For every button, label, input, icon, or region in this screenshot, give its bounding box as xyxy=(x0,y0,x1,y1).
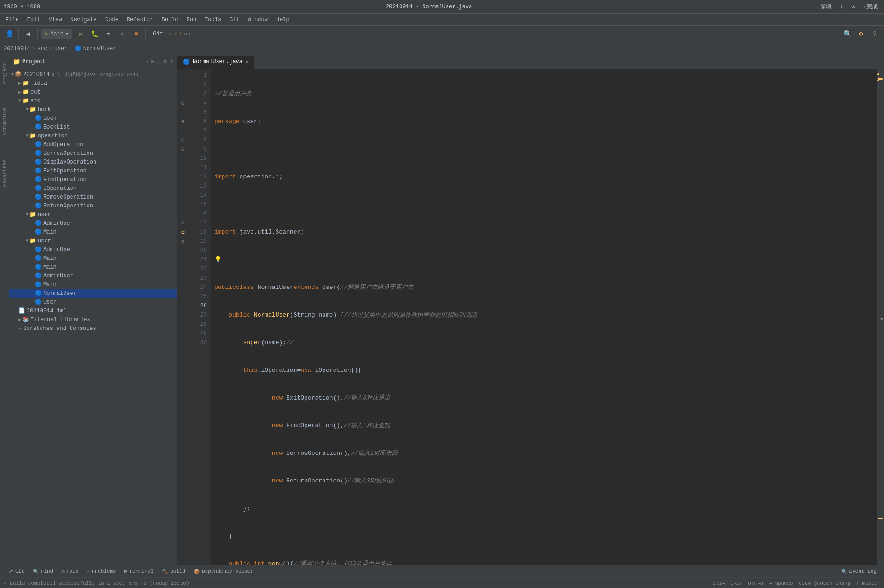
tree-exitop[interactable]: 🔵 ExitOperation xyxy=(9,166,177,175)
tree-returnop[interactable]: 🔵 ReturnOperation xyxy=(9,201,177,210)
tree-addop[interactable]: 🔵 AddOperation xyxy=(9,140,177,149)
breadcrumb-sep-2: › xyxy=(49,46,52,52)
favorites-tab-label[interactable]: Favorites xyxy=(1,157,8,189)
menu-window[interactable]: Window xyxy=(244,15,271,24)
tree-out[interactable]: ▶ 📁 out xyxy=(9,88,177,96)
tree-adminuser2[interactable]: 🔵 AdminUser xyxy=(9,245,177,254)
coverage-btn[interactable]: ☂ xyxy=(103,29,114,40)
bottom-tab-find[interactable]: 🔍 Find xyxy=(29,567,57,576)
tree-displayop[interactable]: 🔵 DisplayOperation xyxy=(9,158,177,166)
booklist-java-icon: 🔵 xyxy=(35,123,42,130)
close-panel-icon[interactable]: ✕ xyxy=(170,58,173,65)
gutter-collapse-method2[interactable]: ⊖ xyxy=(177,237,189,246)
menu-tools[interactable]: Tools xyxy=(201,15,225,24)
menu-file[interactable]: File xyxy=(2,15,23,24)
bottom-tab-git[interactable]: ⎇ Git xyxy=(4,567,28,576)
bottom-tab-build[interactable]: 🔨 Build xyxy=(158,567,189,576)
code-content[interactable]: //普通用户类 package user; import opeartion.*… xyxy=(211,69,877,565)
tree-book[interactable]: 🔵 Book xyxy=(9,114,177,123)
tree-root[interactable]: ▼ 📦 20210914 D:\上传代码\java_prog\20210914 xyxy=(9,70,177,79)
bottom-tab-problems[interactable]: ⚠ Problems xyxy=(83,567,119,576)
gutter-collapse-class[interactable]: ⊖ xyxy=(177,135,189,145)
tree-user-folder2[interactable]: ▼ 📁 user xyxy=(9,236,177,245)
gutter-close-method1[interactable]: ⊖ xyxy=(177,218,189,228)
tree-ext-libs[interactable]: ▶ 📚 External Libraries xyxy=(9,315,177,324)
opeartion-arrow: ▼ xyxy=(26,133,29,138)
code-editor[interactable]: ⊖ ⊖ ⊖ ⊖ ⊖ ⚙ ⊖ 1 2 3 xyxy=(177,69,884,565)
tree-user-folder1[interactable]: ▼ 📁 user xyxy=(9,210,177,219)
structure-tab-label[interactable]: Structure xyxy=(1,105,8,138)
user1-arrow: ▼ xyxy=(26,212,29,217)
tree-booklist[interactable]: 🔵 BookList xyxy=(9,123,177,131)
tree-iml[interactable]: 📄 20210914.iml xyxy=(9,306,177,315)
toolbar-user-icon[interactable]: 👤 xyxy=(4,29,15,40)
cursor-position[interactable]: 8:14 xyxy=(713,581,725,586)
settings-icon[interactable]: ⚙ xyxy=(163,58,167,65)
main4-icon: 🔵 xyxy=(35,281,42,288)
stop-btn[interactable]: ■ xyxy=(130,29,141,40)
breadcrumb-filename[interactable]: NormalUser xyxy=(83,46,117,52)
tree-ioperation[interactable]: 🔵 IOperation xyxy=(9,184,177,193)
edit-btn[interactable]: 编辑 xyxy=(818,2,834,12)
tree-adminuser3[interactable]: 🔵 AdminUser xyxy=(9,271,177,280)
tree-idea[interactable]: ▶ 📁 .idea xyxy=(9,79,177,88)
indent[interactable]: 4 spaces xyxy=(769,581,793,586)
menu-navigate[interactable]: Navigate xyxy=(66,15,100,24)
tree-main4[interactable]: 🔵 Main xyxy=(9,280,177,289)
help-btn[interactable]: ? xyxy=(869,29,880,40)
editor-tab-normaluser[interactable]: 🔵 NormalUser.java ✕ xyxy=(177,56,254,69)
menu-view[interactable]: View xyxy=(45,15,66,24)
bottom-tab-dependency[interactable]: 📦 Dependency Viewer xyxy=(190,567,257,576)
title-bar-left: 1920 × 1080 xyxy=(4,4,40,10)
scope-icon[interactable]: ⊙ xyxy=(151,58,154,65)
tree-findop[interactable]: 🔵 FindOperation xyxy=(9,175,177,184)
run-config-dropdown[interactable]: ▶ Main ▾ xyxy=(41,29,72,39)
collapse-all-icon[interactable]: ≡ xyxy=(157,58,161,65)
tree-main3[interactable]: 🔵 Main xyxy=(9,263,177,271)
search-btn[interactable]: 🔍 xyxy=(842,29,853,40)
line-ending[interactable]: CRLF xyxy=(731,581,743,586)
menu-run[interactable]: Run xyxy=(183,15,200,24)
bottom-tab-event-log[interactable]: 🔍 Event Log xyxy=(837,567,880,576)
main-layout: Project Structure Favorites 📁 Project ▾ … xyxy=(0,55,884,565)
tree-book-folder[interactable]: ▼ 📁 book xyxy=(9,105,177,114)
debug-btn[interactable]: 🐛 xyxy=(89,29,100,40)
bottom-tab-terminal[interactable]: ⊞ Terminal xyxy=(121,567,157,576)
menu-code[interactable]: Code xyxy=(101,15,122,24)
tree-scratches[interactable]: ✏ Scratches and Consoles xyxy=(9,324,177,333)
profile-btn[interactable]: ⚡ xyxy=(117,29,128,40)
bottom-tab-todo[interactable]: ☑ TODO xyxy=(58,567,82,576)
gutter-collapse-import1[interactable]: ⊖ xyxy=(177,99,189,108)
breadcrumb-user[interactable]: user xyxy=(54,46,68,52)
breadcrumb-src[interactable]: src xyxy=(37,46,47,52)
tree-user[interactable]: 🔵 User xyxy=(9,298,177,306)
menu-bar: File Edit View Navigate Code Refactor Bu… xyxy=(0,14,884,26)
tree-normaluser[interactable]: 🔵 NormalUser xyxy=(9,289,177,298)
menu-git[interactable]: Git xyxy=(226,15,243,24)
tab-close-icon[interactable]: ✕ xyxy=(245,59,248,65)
menu-build[interactable]: Build xyxy=(158,15,182,24)
breadcrumb-project[interactable]: 20210914 xyxy=(4,46,30,52)
download-btn[interactable]: ↓ xyxy=(837,3,846,11)
tree-src[interactable]: ▼ 📁 src xyxy=(9,96,177,105)
tree-adminuser1[interactable]: 🔵 AdminUser xyxy=(9,219,177,228)
menu-edit[interactable]: Edit xyxy=(24,15,44,24)
settings-btn[interactable]: ⚙ xyxy=(855,29,866,40)
tree-removeop[interactable]: 🔵 RemoveOperation xyxy=(9,193,177,201)
tree-opeartion-folder[interactable]: ▼ 📁 opeartion xyxy=(9,131,177,140)
tree-main1[interactable]: 🔵 Main xyxy=(9,228,177,236)
project-tab-label[interactable]: Project xyxy=(1,60,8,87)
branch-info[interactable]: ↑ master xyxy=(856,581,880,586)
tree-borrowop[interactable]: 🔵 BorrowOperation xyxy=(9,149,177,158)
gutter-collapse-method1[interactable]: ⊖ xyxy=(177,145,189,154)
encoding[interactable]: UTF-8 xyxy=(748,581,763,586)
gutter-collapse-import2[interactable]: ⊖ xyxy=(177,117,189,126)
close-btn[interactable]: ✕ xyxy=(849,2,858,11)
menu-refactor[interactable]: Refactor xyxy=(123,15,157,24)
complete-btn[interactable]: ✓完成 xyxy=(860,2,880,12)
run-btn[interactable]: ▶ xyxy=(75,29,86,40)
menu-help[interactable]: Help xyxy=(272,15,293,24)
ext-libs-arrow: ▶ xyxy=(18,317,21,323)
tree-main2[interactable]: 🔵 Main xyxy=(9,254,177,263)
toolbar-back-btn[interactable]: ◀ xyxy=(23,29,34,40)
